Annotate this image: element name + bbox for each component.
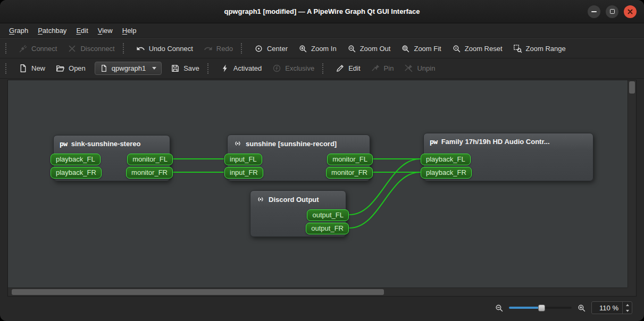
redo-icon: [204, 44, 213, 53]
patchbay-file-icon: [100, 64, 108, 72]
maximize-icon: [610, 9, 615, 14]
app-window: qpwgraph1 [modified] — A PipeWire Graph …: [0, 0, 644, 321]
new-file-icon: [19, 64, 28, 73]
port-output-fl[interactable]: output_FL: [307, 209, 349, 221]
stream-icon: [233, 139, 242, 148]
horizontal-scrollbar[interactable]: [8, 288, 628, 296]
menu-view[interactable]: View: [93, 24, 118, 37]
open-folder-icon: [56, 64, 65, 73]
minimize-icon: [591, 11, 597, 12]
patchbay-select[interactable]: qpwgraph1: [95, 62, 162, 75]
toolbar-handle[interactable]: [241, 43, 244, 54]
zoom-spin-down-button[interactable]: [623, 308, 632, 314]
unpin-icon: [404, 64, 413, 73]
zoom-reset-icon: [452, 44, 461, 53]
port-monitor-fl[interactable]: monitor_FL: [127, 154, 173, 165]
zoom-in-icon[interactable]: [577, 303, 586, 312]
edit-icon: [336, 64, 345, 73]
zoom-fit-button[interactable]: Zoom Fit: [396, 41, 446, 56]
redo-button[interactable]: Redo: [199, 41, 238, 56]
maximize-button[interactable]: [606, 5, 618, 18]
toolbar-handle[interactable]: [5, 63, 9, 74]
minimize-button[interactable]: [588, 5, 600, 18]
node-title: sunshine [sunshine-record]: [246, 140, 337, 148]
pin-button[interactable]: Pin: [366, 61, 399, 76]
disconnect-icon: [68, 44, 77, 53]
unpin-button[interactable]: Unpin: [399, 61, 440, 76]
node-sunshine-record[interactable]: sunshine [sunshine-record] input_FL inpu…: [227, 134, 370, 181]
port-monitor-fr[interactable]: monitor_FR: [126, 167, 173, 179]
zoom-spinbox[interactable]: 110 %: [591, 301, 632, 314]
toolbar-handle[interactable]: [322, 63, 325, 74]
chevron-down-icon: [626, 310, 629, 312]
zoom-in-icon: [298, 44, 307, 53]
window-title: qpwgraph1 [modified] — A PipeWire Graph …: [224, 7, 420, 15]
node-title: Discord Output: [269, 196, 319, 204]
zoom-in-button[interactable]: Zoom In: [294, 41, 341, 56]
activated-icon: [221, 64, 230, 73]
connection-wires: [8, 80, 628, 288]
menu-edit[interactable]: Edit: [71, 24, 93, 37]
close-icon: [628, 9, 633, 14]
port-playback-fr[interactable]: playback_FR: [51, 167, 102, 179]
new-button[interactable]: New: [14, 61, 50, 76]
node-discord-output[interactable]: Discord Output output_FL output_FR: [250, 190, 346, 237]
status-bar: 110 %: [7, 299, 637, 317]
port-playback-fr[interactable]: playback_FR: [421, 167, 472, 179]
disconnect-button[interactable]: Disconnect: [63, 41, 119, 56]
zoom-reset-button[interactable]: Zoom Reset: [447, 41, 507, 56]
vertical-scrollbar-thumb[interactable]: [629, 81, 635, 94]
port-input-fl[interactable]: input_FL: [224, 154, 262, 165]
menu-bar: Graph Patchbay Edit View Help: [0, 23, 644, 38]
port-monitor-fr[interactable]: monitor_FR: [326, 167, 373, 179]
center-button[interactable]: Center: [249, 41, 292, 56]
title-bar[interactable]: qpwgraph1 [modified] — A PipeWire Graph …: [0, 0, 644, 23]
zoom-out-button[interactable]: Zoom Out: [342, 41, 396, 56]
pin-icon: [371, 64, 380, 73]
menu-graph[interactable]: Graph: [4, 24, 33, 37]
node-title: Family 17h/19h HD Audio Contr...: [441, 138, 550, 146]
chevron-up-icon: [626, 304, 629, 306]
zoom-slider[interactable]: [509, 303, 572, 312]
save-icon: [171, 64, 180, 73]
port-output-fr[interactable]: output_FR: [306, 223, 349, 234]
activated-button[interactable]: Activated: [216, 61, 266, 76]
port-input-fr[interactable]: input_FR: [224, 167, 263, 179]
zoom-out-icon[interactable]: [495, 303, 504, 312]
window-controls: [588, 5, 637, 18]
close-button[interactable]: [624, 5, 637, 18]
menu-help[interactable]: Help: [118, 24, 141, 37]
zoom-range-button[interactable]: Zoom Range: [508, 41, 571, 56]
menu-patchbay[interactable]: Patchbay: [33, 24, 71, 37]
stream-icon: [256, 195, 265, 204]
port-playback-fl[interactable]: playback_FL: [51, 154, 101, 165]
node-sink-sunshine-stereo[interactable]: pw sink-sunshine-stereo playback_FL play…: [53, 135, 170, 181]
chevron-down-icon: [152, 67, 156, 70]
undo-connect-button[interactable]: Undo Connect: [131, 41, 198, 56]
open-button[interactable]: Open: [51, 61, 90, 76]
port-playback-fl[interactable]: playback_FL: [421, 154, 471, 165]
connect-button[interactable]: Connect: [14, 41, 62, 56]
node-family-hd-audio[interactable]: pw Family 17h/19h HD Audio Contr... play…: [423, 133, 593, 181]
zoom-slider-fill: [509, 307, 541, 309]
exclusive-button[interactable]: Exclusive: [267, 61, 319, 76]
toolbar-handle[interactable]: [123, 43, 126, 54]
port-monitor-fl[interactable]: monitor_FL: [327, 154, 373, 165]
zoom-range-icon: [513, 44, 522, 53]
toolbar-handle[interactable]: [207, 63, 211, 74]
graph-canvas[interactable]: pw sink-sunshine-stereo playback_FL play…: [8, 80, 628, 288]
connect-icon: [19, 44, 28, 53]
zoom-out-icon: [347, 44, 356, 53]
toolbar-handle[interactable]: [5, 43, 9, 54]
vertical-scrollbar[interactable]: [628, 80, 636, 288]
edit-button[interactable]: Edit: [331, 61, 365, 76]
zoom-spin-up-button[interactable]: [623, 302, 632, 308]
zoom-fit-icon: [401, 44, 410, 53]
exclusive-icon: [272, 64, 281, 73]
scrollbar-corner: [628, 288, 636, 296]
node-title: sink-sunshine-stereo: [71, 140, 141, 148]
save-button[interactable]: Save: [166, 61, 204, 76]
graph-toolbar: Connect Disconnect Undo Connect Redo: [0, 38, 644, 58]
zoom-slider-handle[interactable]: [538, 305, 545, 311]
horizontal-scrollbar-thumb[interactable]: [12, 289, 384, 295]
